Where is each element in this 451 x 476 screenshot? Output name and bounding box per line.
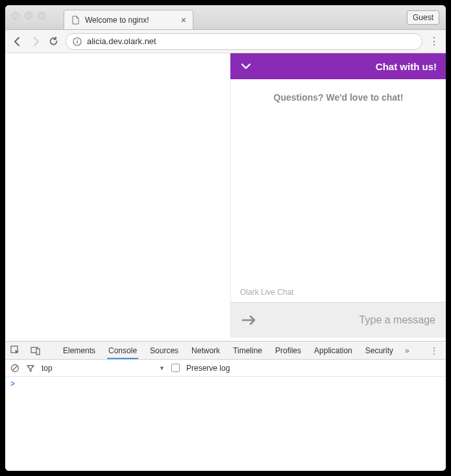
chat-header[interactable]: Chat with us!	[230, 53, 446, 79]
tab-security[interactable]: Security	[364, 342, 395, 359]
titlebar: Welcome to nginx! × Guest	[5, 5, 446, 30]
browser-window: Welcome to nginx! × Guest ⋮	[5, 5, 446, 471]
page-content: Chat with us! Questions? We'd love to ch…	[5, 53, 446, 341]
toolbar: ⋮	[5, 30, 446, 53]
chat-brand-label: Olark Live Chat	[231, 282, 446, 302]
svg-rect-2	[77, 41, 77, 44]
send-icon[interactable]	[241, 313, 256, 327]
clear-console-icon[interactable]	[10, 364, 19, 373]
chevron-down-icon[interactable]	[239, 60, 252, 73]
preserve-log-label: Preserve log	[186, 364, 230, 373]
device-toolbar-icon[interactable]	[30, 346, 41, 355]
tab-profiles[interactable]: Profiles	[274, 342, 302, 359]
chat-body: Questions? We'd love to chat! Olark Live…	[230, 79, 446, 302]
browser-menu-icon[interactable]: ⋮	[429, 35, 439, 47]
devtools-menu-icon[interactable]: ⋮	[430, 346, 438, 355]
chat-input-bar	[230, 302, 446, 338]
chat-message-input[interactable]	[263, 314, 435, 326]
inspect-element-icon[interactable]	[10, 345, 20, 355]
tab-application[interactable]: Application	[313, 342, 354, 359]
context-label: top	[42, 364, 53, 373]
svg-rect-5	[36, 349, 40, 355]
dropdown-triangle-icon: ▼	[159, 365, 165, 371]
guest-button[interactable]: Guest	[407, 10, 439, 25]
chat-widget: Chat with us! Questions? We'd love to ch…	[230, 53, 446, 338]
svg-point-1	[77, 39, 78, 40]
tab-close-icon[interactable]: ×	[181, 15, 186, 25]
tab-timeline[interactable]: Timeline	[232, 342, 263, 359]
console-output[interactable]: >	[5, 377, 446, 471]
tab-console[interactable]: Console	[107, 342, 138, 359]
page-icon	[71, 16, 80, 25]
devtools-tabbar: Elements Console Sources Network Timelin…	[5, 342, 446, 360]
minimize-window-icon[interactable]	[25, 12, 32, 19]
preserve-log-checkbox[interactable]	[171, 364, 180, 372]
traffic-lights	[12, 12, 45, 19]
devtools-panel: Elements Console Sources Network Timelin…	[5, 341, 446, 471]
forward-button[interactable]	[30, 36, 42, 47]
back-button[interactable]	[12, 36, 23, 47]
address-bar[interactable]	[66, 33, 422, 50]
tab-sources[interactable]: Sources	[149, 342, 180, 359]
reload-button[interactable]	[48, 36, 59, 47]
filter-icon[interactable]	[26, 364, 35, 373]
chat-header-title: Chat with us!	[376, 61, 437, 72]
svg-line-7	[12, 366, 18, 371]
chat-prompt-text: Questions? We'd love to chat!	[231, 79, 446, 103]
console-prompt-caret: >	[10, 379, 15, 388]
overflow-tabs-icon[interactable]: »	[405, 346, 409, 355]
browser-tab[interactable]: Welcome to nginx! ×	[64, 10, 193, 29]
maximize-window-icon[interactable]	[38, 12, 45, 19]
tab-title: Welcome to nginx!	[85, 16, 149, 25]
tab-elements[interactable]: Elements	[62, 342, 97, 359]
site-info-icon[interactable]	[73, 37, 82, 46]
context-selector[interactable]: top ▼	[42, 364, 165, 373]
url-input[interactable]	[87, 36, 415, 46]
console-toolbar: top ▼ Preserve log	[5, 360, 446, 377]
close-window-icon[interactable]	[12, 12, 19, 19]
tab-network[interactable]: Network	[190, 342, 221, 359]
